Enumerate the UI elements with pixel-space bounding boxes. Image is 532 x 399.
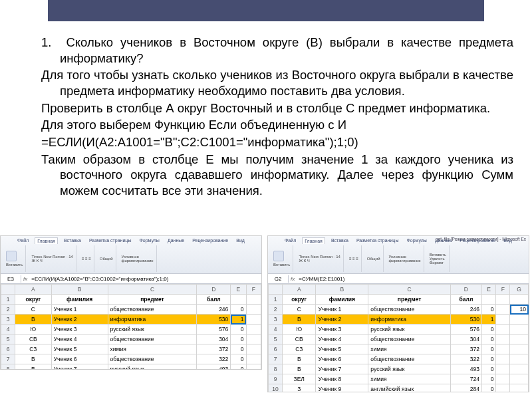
cell: 304 — [450, 334, 481, 344]
excel-screenshots: ФайлГлавнаяВставкаРазметка страницыФорму… — [0, 235, 532, 399]
row-number: 4 — [1, 325, 15, 334]
cell: 0 — [481, 344, 495, 354]
cell: 0 — [481, 384, 495, 393]
header-cell: округ — [283, 295, 316, 305]
cell: обществознание — [368, 334, 451, 344]
ribbon-tab: Главная — [35, 237, 58, 244]
formula-bar-text: =СУММ(E2:E1001) — [297, 276, 344, 282]
cell: русский язык — [368, 364, 451, 374]
cell: 10 — [510, 305, 529, 315]
row-number: 7 — [1, 354, 15, 364]
row-number: 5 — [269, 334, 283, 344]
header-cell — [510, 295, 529, 305]
row-number: 3 — [269, 315, 283, 325]
ribbon-tab: Главная — [302, 237, 325, 244]
column-header: A — [283, 285, 316, 295]
ribbon-tab: Вставка — [329, 237, 350, 244]
cell: 0 — [231, 334, 246, 344]
cell: 0 — [481, 364, 495, 374]
row-number: 8 — [1, 364, 15, 370]
cell: 0 — [481, 374, 495, 384]
cell — [510, 325, 529, 334]
cell: Ю — [283, 325, 316, 334]
cell: Ученик 2 — [51, 315, 108, 325]
cell: 0 — [481, 325, 495, 334]
cell: С — [15, 305, 52, 315]
column-header: D — [197, 285, 231, 295]
cell: Ю — [15, 325, 52, 334]
cell — [496, 305, 510, 315]
cell: химия — [368, 374, 451, 384]
ribbon-tab: Формулы — [137, 237, 161, 244]
cell — [496, 325, 510, 334]
cell: 530 — [197, 315, 231, 325]
cell: СЗ — [283, 344, 316, 354]
cell — [510, 364, 529, 374]
cell: 0 — [481, 305, 495, 315]
cell: информатика — [108, 315, 197, 325]
cell: 0 — [231, 364, 246, 370]
cell: 246 — [450, 305, 481, 315]
row-number: 3 — [1, 315, 15, 325]
ribbon-tab: Рецензирование — [190, 237, 230, 244]
cell: обществознание — [108, 305, 197, 315]
paste-icon — [273, 251, 284, 261]
fx-icon: fx — [21, 276, 29, 282]
cell: русский язык — [368, 325, 451, 334]
cell: СВ — [15, 334, 52, 344]
row-number: 6 — [269, 344, 283, 354]
name-box: E3 — [1, 275, 21, 283]
cell: В — [15, 364, 52, 370]
cell — [496, 354, 510, 364]
excel-screenshot-right: get_file [Режим совместимости] - Microso… — [267, 235, 529, 392]
cell: 0 — [231, 325, 246, 334]
cell: В — [283, 315, 316, 325]
cell: 1 — [481, 315, 495, 325]
cell: русский язык — [108, 364, 197, 370]
excel-screenshot-left: ФайлГлавнаяВставкаРазметка страницыФорму… — [0, 235, 262, 370]
cell — [510, 315, 529, 325]
column-header: A — [15, 285, 52, 295]
cell: Ученик 1 — [51, 305, 108, 315]
cell: Ученик 3 — [51, 325, 108, 334]
cell: 1 — [231, 315, 246, 325]
cell — [496, 364, 510, 374]
column-header: F — [496, 285, 510, 295]
cell: 322 — [197, 354, 231, 364]
cell: 246 — [197, 305, 231, 315]
question-line: 1. Сколько учеников в Восточном округе (… — [21, 35, 513, 66]
cell: Ученик 7 — [316, 364, 368, 374]
paste-icon — [6, 251, 17, 261]
ribbon-tab: Разметка страницы — [354, 237, 401, 244]
ribbon-tab: Вид — [234, 237, 247, 244]
header-cell — [246, 295, 261, 305]
column-header: B — [316, 285, 368, 295]
cell: обществознание — [368, 305, 451, 315]
cell: В — [15, 315, 52, 325]
excel-ribbon: ФайлГлавнаяВставкаРазметка страницыФорму… — [1, 236, 261, 274]
cell: В — [15, 354, 52, 364]
question-text: Сколько учеников в Восточном округе (В) … — [60, 35, 513, 65]
cell: СВ — [283, 334, 316, 344]
ribbon-tab: Разметка страницы — [87, 237, 134, 244]
cell: обществознание — [108, 334, 197, 344]
header-cell: округ — [15, 295, 52, 305]
cell: английский язык — [368, 384, 451, 393]
cell — [510, 384, 529, 393]
cell: информатика — [368, 315, 451, 325]
header-cell — [231, 295, 246, 305]
cell — [246, 354, 261, 364]
cell: Ученик 5 — [51, 344, 108, 354]
column-header: E — [231, 285, 246, 295]
column-header: C — [108, 285, 197, 295]
cell: 493 — [197, 364, 231, 370]
cell: 372 — [197, 344, 231, 354]
ribbon-tab: Вставка — [62, 237, 83, 244]
ribbon-tabs: ФайлГлавнаяВставкаРазметка страницыФорму… — [15, 237, 247, 244]
cell: С — [283, 305, 316, 315]
header-cell: фамилия — [316, 295, 368, 305]
row-number: 8 — [269, 364, 283, 374]
cell — [246, 344, 261, 354]
cell: 322 — [450, 354, 481, 364]
cell: Ученик 4 — [316, 334, 368, 344]
